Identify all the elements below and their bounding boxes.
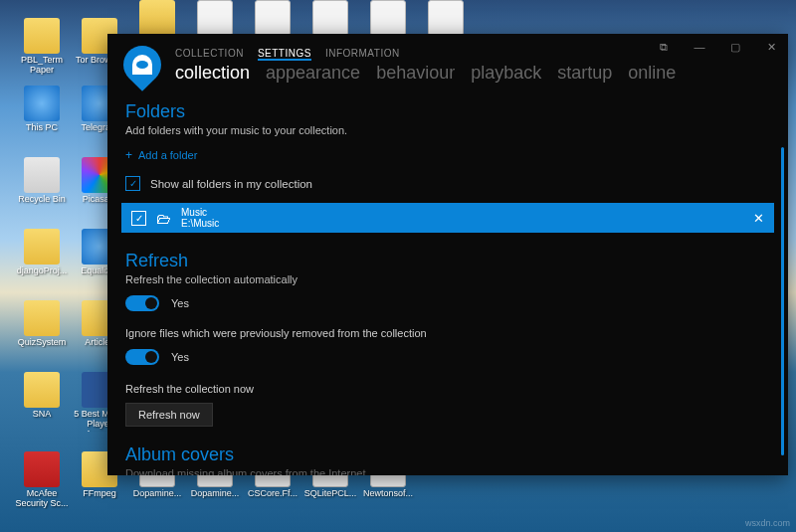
folders-desc: Add folders with your music to your coll… xyxy=(125,124,770,136)
refresh-now-label: Refresh the collection now xyxy=(125,383,770,395)
scrollbar[interactable] xyxy=(781,147,784,455)
share-icon[interactable]: ⧉ xyxy=(653,40,675,54)
app-logo xyxy=(115,38,169,91)
covers-desc: Download missing album covers from the I… xyxy=(125,467,770,475)
desktop-icon[interactable]: PBL_Term Paper xyxy=(15,18,69,76)
sub-tab[interactable]: online xyxy=(628,63,676,84)
desktop-icon[interactable] xyxy=(361,0,415,38)
refresh-auto-label: Refresh the collection automatically xyxy=(125,273,770,285)
desktop-icon[interactable]: Recycle Bin xyxy=(15,157,69,205)
desktop-icon[interactable]: djangoProj... xyxy=(15,229,69,276)
add-folder-label: Add a folder xyxy=(138,149,197,161)
sub-tab[interactable]: behaviour xyxy=(376,63,455,84)
refresh-auto-toggle[interactable] xyxy=(125,295,159,311)
folder-path: E:\Music xyxy=(181,218,219,230)
desktop-icon[interactable] xyxy=(188,0,242,38)
minimize-button[interactable]: ― xyxy=(689,40,710,54)
folder-row[interactable]: ✓ 🗁 Music E:\Music ✕ xyxy=(121,203,774,233)
add-folder-button[interactable]: + Add a folder xyxy=(125,148,770,162)
folder-name: Music xyxy=(181,207,219,219)
desktop-icon[interactable] xyxy=(130,0,184,38)
show-all-checkbox[interactable]: ✓ xyxy=(125,176,140,191)
show-all-label: Show all folders in my collection xyxy=(150,178,312,190)
ignore-state: Yes xyxy=(171,351,189,363)
watermark: wsxdn.com xyxy=(745,518,790,528)
sub-tab[interactable]: appearance xyxy=(266,63,360,84)
settings-content: Folders Add folders with your music to y… xyxy=(107,88,788,475)
refresh-now-button[interactable]: Refresh now xyxy=(125,403,213,427)
folder-icon: 🗁 xyxy=(156,210,171,227)
folder-remove-button[interactable]: ✕ xyxy=(753,211,764,226)
maximize-button[interactable]: ▢ xyxy=(724,40,746,54)
plus-icon: + xyxy=(125,148,132,162)
sub-tab[interactable]: startup xyxy=(557,63,612,84)
desktop-icon[interactable]: This PC xyxy=(15,86,69,133)
top-tab[interactable]: SETTINGS xyxy=(258,48,311,61)
top-tab[interactable]: COLLECTION xyxy=(175,48,244,61)
desktop-icon[interactable]: QuizSystem xyxy=(15,300,69,348)
covers-heading: Album covers xyxy=(125,444,770,465)
top-tab[interactable]: INFORMATION xyxy=(325,48,400,61)
sub-tabs: collectionappearancebehaviourplaybacksta… xyxy=(175,63,676,84)
desktop-icon[interactable]: SNA xyxy=(15,372,69,420)
folder-row-checkbox[interactable]: ✓ xyxy=(131,211,146,226)
desktop-icon[interactable] xyxy=(246,0,299,38)
sub-tab[interactable]: collection xyxy=(175,63,250,84)
refresh-auto-state: Yes xyxy=(171,297,189,309)
desktop-icon[interactable] xyxy=(303,0,357,38)
refresh-heading: Refresh xyxy=(125,251,770,271)
ignore-label: Ignore files which were previously remov… xyxy=(125,327,770,339)
ignore-toggle[interactable] xyxy=(125,349,159,365)
sub-tab[interactable]: playback xyxy=(471,63,541,84)
top-tabs: COLLECTIONSETTINGSINFORMATION xyxy=(175,46,676,61)
app-window: ⧉ ― ▢ ✕ COLLECTIONSETTINGSINFORMATION co… xyxy=(107,34,788,475)
desktop-icon[interactable] xyxy=(419,0,473,38)
desktop-icon[interactable]: McAfee Security Sc... xyxy=(15,451,69,509)
folders-heading: Folders xyxy=(125,101,770,122)
close-button[interactable]: ✕ xyxy=(760,40,782,54)
